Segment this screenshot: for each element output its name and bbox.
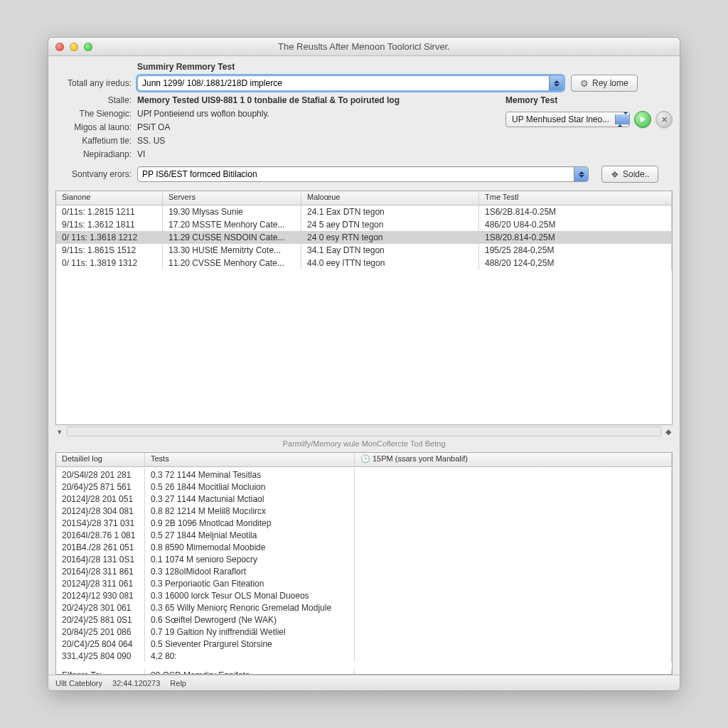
table-row[interactable]: 9/11s: 1.861S 151213.30 HUStE Memitrty C… xyxy=(56,244,672,257)
table-cell xyxy=(355,589,672,601)
table-cell: 0.5 26 1844 Mocitlial Mocluion xyxy=(145,481,355,493)
table-row[interactable]: 20124}/12 930 0810.3 16000 lorck Tesur O… xyxy=(56,589,672,601)
memory-test-popup[interactable]: UP Menhused Star lneo... xyxy=(505,112,630,127)
combo-step-icon[interactable] xyxy=(574,167,588,181)
soide-label: Soide.. xyxy=(623,169,649,179)
memory-test-panel: Memory Test UP Menhused Star lneo... ✕ xyxy=(505,95,673,163)
row-migos: Migos al launo: PSiT OA xyxy=(55,122,488,132)
table-row[interactable]: 9/11s: 1.3612 181117.20 MSSTE Menhory Ca… xyxy=(56,218,672,231)
table-cell: 0.3 128olMidool Raraflort xyxy=(145,565,355,577)
table-cell: 20124]/28 201 051 xyxy=(56,493,145,505)
table-cell: 0.3 65 Willy Meniorç Renoric Gremelad Mo… xyxy=(145,601,355,614)
table-cell: 24 5 aey DTN tegon xyxy=(301,218,479,231)
table-cell: 9/11s: 1.861S 1512 xyxy=(56,244,163,257)
table-cell xyxy=(355,469,672,481)
results-table: Sianone Servers Maloœue Tme Testl 0/11s:… xyxy=(55,191,673,425)
table-row[interactable]: Elfenrs Te;09.OSD Memdiry Enpifote xyxy=(56,669,672,674)
close-icon[interactable] xyxy=(55,43,64,51)
table-row[interactable]: 0/ 11s: 1.3819 131211.20 CVSSE Menhory C… xyxy=(56,257,672,269)
table-row[interactable]: 20124]/28 311 0610.3 Perporiaotic Gan Fi… xyxy=(56,577,672,589)
memory-test-heading: Memory Test xyxy=(505,95,673,105)
table-row[interactable]: 331,4}/25 804 0904,2 80: xyxy=(56,650,672,662)
titlebar[interactable]: The Reuslts After Menoon Tooloricl Sirve… xyxy=(48,38,680,56)
status-right[interactable]: Relp xyxy=(170,679,186,687)
col-tests[interactable]: Tests xyxy=(145,453,355,466)
row-nepiradianp: Nepiradianp: VI xyxy=(55,149,488,159)
section-heading: Summiry Remmory Test xyxy=(137,62,673,72)
col-15pm[interactable]: 🕒15PM (ssars yont Manbalif) xyxy=(355,453,672,466)
results-table-header: Sianone Servers Maloœue Tme Testl xyxy=(56,191,672,205)
table-row[interactable]: 201B4./28 261 0510.8 8590 Mimemodal Moob… xyxy=(56,541,672,553)
table-cell: 201B4./28 261 051 xyxy=(56,541,145,553)
table-row[interactable]: 20/84}/25 201 0860.7 19 Galtion Ny iniff… xyxy=(56,626,672,638)
run-button[interactable] xyxy=(634,111,651,128)
gear-icon: ⚙ xyxy=(580,78,589,89)
sontvany-combobox[interactable] xyxy=(137,166,589,182)
table-cell: 20/24}/28 301 061 xyxy=(56,601,145,614)
table-row[interactable]: 20/S4l/28 201 2810.3 72 1144 Meminal Tes… xyxy=(56,469,672,481)
row-total: Totall any iredus: ⚙ Rey lome xyxy=(55,75,673,92)
horizontal-scrollbar[interactable]: ▾ ◆ xyxy=(55,427,673,437)
table-row[interactable]: 20/24}/28 301 0610.3 65 Willy Meniorç Re… xyxy=(56,601,672,614)
scroll-right-icon[interactable]: ◆ xyxy=(664,427,673,437)
table-cell: 0.6 Sœiftel Dewrogerd (Ne WAK) xyxy=(145,614,355,626)
combo-step-icon[interactable] xyxy=(549,76,563,90)
table-row[interactable]: 20164}/28 131 0S10.1 1074 M senioro Sepo… xyxy=(56,553,672,565)
table-cell: 20/84}/25 201 086 xyxy=(56,626,145,638)
rey-lome-button[interactable]: ⚙ Rey lome xyxy=(571,75,638,92)
scroll-left-icon[interactable]: ▾ xyxy=(55,427,64,437)
table-cell: 201S4)/28 371 031 xyxy=(56,517,145,529)
kaffetium-label: Kaffetium tle: xyxy=(55,136,137,146)
table-row[interactable]: 20/64}/25 871 5610.5 26 1844 Mocitlial M… xyxy=(56,481,672,493)
sontvany-label: Sontvany erors: xyxy=(55,169,137,179)
table-cell: 1S6/2B.814-0.25M xyxy=(479,205,672,218)
sienogic-label: The Sienogic: xyxy=(55,109,137,119)
col-detailed-log[interactable]: Detailiel log xyxy=(56,453,145,466)
clock-icon: 🕒 xyxy=(360,454,370,463)
table-cell: 20124}/12 930 081 xyxy=(56,589,145,601)
svg-marker-0 xyxy=(641,117,646,122)
log-table-body: 20/S4l/28 201 2810.3 72 1144 Meminal Tes… xyxy=(56,467,672,674)
total-input[interactable] xyxy=(138,76,549,90)
table-cell: 0/11s: 1.2815 1211 xyxy=(56,205,163,218)
migos-value: PSiT OA xyxy=(137,122,488,132)
table-cell: 11.20 CVSSE Menhory Cate... xyxy=(163,257,301,269)
table-cell: 1S8/20.814-0.25M xyxy=(479,231,672,244)
sontvany-input[interactable] xyxy=(138,167,574,181)
table-cell: 0.5 27 1844 Meljnial Meotila xyxy=(145,529,355,541)
status-left: Ullt Cateblory xyxy=(55,679,102,687)
table-cell xyxy=(355,541,672,553)
chevron-updown-icon[interactable] xyxy=(615,114,629,124)
col-servers[interactable]: Servers xyxy=(163,191,301,205)
table-row[interactable]: 0/11s: 1.2815 121119.30 Mlysas Sunie24.1… xyxy=(56,205,672,218)
table-row[interactable]: 0/ 11s: 1.3618 121211.29 CUSSE NSDOIN Ca… xyxy=(56,231,672,244)
nepiradianp-value: VI xyxy=(137,149,488,159)
table-cell xyxy=(355,614,672,626)
scrollbar-track[interactable] xyxy=(67,427,661,437)
table-row[interactable]: 201S4)/28 371 0310.9 2B 1096 Mnotlcad Mo… xyxy=(56,517,672,529)
table-cell: 44.0 eey ITTN tegon xyxy=(301,257,479,269)
table-row[interactable]: 20124}/28 304 0810.8 82 1214 M Melil8 Mo… xyxy=(56,505,672,517)
zoom-icon[interactable] xyxy=(84,43,92,51)
soide-button[interactable]: ❖ Soide.. xyxy=(601,166,658,183)
table-row[interactable]: 20164}/28 311 8610.3 128olMidool Raraflo… xyxy=(56,565,672,577)
nepiradianp-label: Nepiradianp: xyxy=(55,149,137,159)
table-cell: 20/24}/25 881 0S1 xyxy=(56,614,145,626)
table-cell: 17.20 MSSTE Menhory Cate... xyxy=(163,218,301,231)
table-cell: 20164}/28 131 0S1 xyxy=(56,553,145,565)
total-combobox[interactable] xyxy=(137,75,564,91)
stop-button[interactable]: ✕ xyxy=(655,111,673,128)
table-row[interactable]: 20/C4}/25 804 0640.5 Sieventer Prargurel… xyxy=(56,638,672,650)
minimize-icon[interactable] xyxy=(70,43,78,51)
table-row[interactable]: 20124]/28 201 0510.3 27 1144 Mactunial M… xyxy=(56,493,672,505)
col-sianone[interactable]: Sianone xyxy=(56,191,163,205)
log-table: Detailiel log Tests 🕒15PM (ssars yont Ma… xyxy=(55,452,673,675)
table-cell: 331,4}/25 804 090 xyxy=(56,650,145,662)
table-row[interactable]: 20/24}/25 881 0S10.6 Sœiftel Dewrogerd (… xyxy=(56,614,672,626)
col-tme-testl[interactable]: Tme Testl xyxy=(479,191,672,205)
col-maloeue[interactable]: Maloœue xyxy=(301,191,479,205)
sienogic-value: UPf Pontieiend urs woflon bouphly. xyxy=(137,109,488,119)
table-cell: 0.9 2B 1096 Mnotlcad Moriditep xyxy=(145,517,355,529)
table-row[interactable]: 20164I/28.76 1 0810.5 27 1844 Meljnial M… xyxy=(56,529,672,541)
table-cell: 4,2 80: xyxy=(145,650,355,662)
